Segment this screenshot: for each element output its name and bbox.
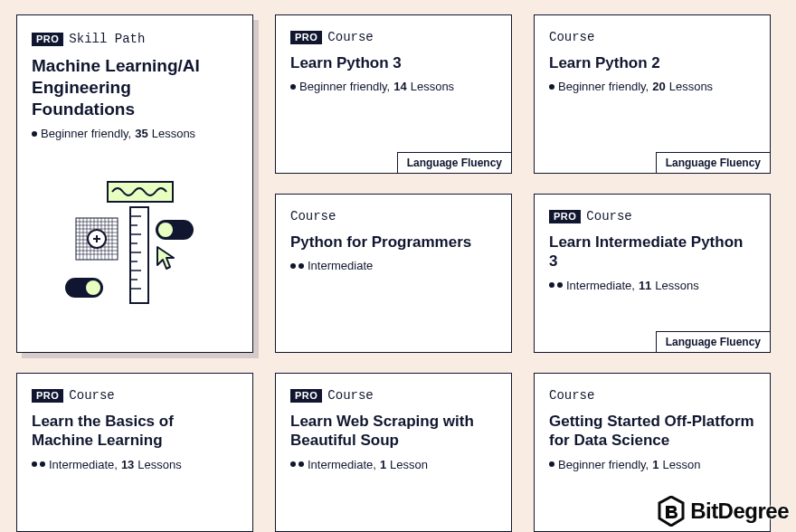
pro-badge: PRO [549,210,581,223]
level-label: Intermediate, [49,458,118,471]
card-title: Machine Learning/AI Engineering Foundati… [32,55,238,119]
card-type-label: Course [290,209,336,223]
card-meta: Intermediate, 13 Lessons [32,458,238,471]
level-label: Intermediate, [308,458,376,471]
course-card[interactable]: CourseLearn Python 2 Beginner friendly, … [534,14,771,174]
card-title: Python for Programmers [290,233,497,252]
course-grid: PROSkill PathMachine Learning/AI Enginee… [0,0,796,532]
card-type-label: Skill Path [69,32,145,46]
pro-badge: PRO [32,389,63,403]
course-card[interactable]: PROSkill PathMachine Learning/AI Enginee… [16,14,253,353]
level-dot-icon [557,282,563,288]
lessons-label: Lessons [669,80,713,93]
level-dot-icon [290,84,296,90]
course-card[interactable]: PROCourseLearn Intermediate Python 3 Int… [534,194,771,353]
lessons-label: Lessons [137,458,181,471]
card-meta: Intermediate, 1 Lesson [290,458,497,471]
card-type-row: PROCourse [290,388,497,403]
card-title: Learn Web Scraping with Beautiful Soup [290,412,497,451]
card-title: Learn Python 3 [290,53,497,72]
lessons-label: Lessons [152,127,195,140]
card-type-label: Course [327,388,373,403]
level-label: Beginner friendly, [299,80,390,93]
lessons-label: Lesson [662,458,700,471]
lessons-count: 35 [135,127,147,140]
svg-rect-0 [108,182,173,202]
card-type-row: Course [549,388,755,403]
card-footer-tag: Language Fluency [397,152,511,173]
lessons-count: 20 [652,80,665,93]
card-meta: Beginner friendly, 20 Lessons [549,80,755,93]
card-type-label: Course [586,209,631,223]
bitdegree-logo-icon [658,496,685,527]
card-type-row: Course [290,209,497,223]
card-title: Getting Started Off-Platform for Data Sc… [549,412,755,451]
course-card[interactable]: PROCourseLearn Python 3 Beginner friendl… [275,14,512,174]
level-dot-icon [290,461,296,467]
card-type-row: Course [549,30,755,44]
svg-point-36 [158,223,173,237]
level-dot-icon [298,263,304,269]
card-title: Learn Intermediate Python 3 [549,233,755,271]
card-meta: Beginner friendly, 14 Lessons [290,80,497,93]
level-label: Beginner friendly, [41,127,131,140]
lessons-count: 1 [380,458,386,471]
level-dot-icon [290,263,296,269]
level-dot-icon [32,461,37,467]
level-label: Intermediate, [566,279,635,292]
pro-badge: PRO [290,31,322,44]
card-meta: Beginner friendly, 1 Lesson [549,458,755,471]
level-label: Beginner friendly, [558,80,649,93]
card-type-row: PROSkill Path [32,32,238,46]
card-title: Learn the Basics of Machine Learning [32,412,238,451]
card-footer-tag: Language Fluency [656,152,770,173]
lessons-count: 1 [652,458,659,471]
card-type-label: Course [69,388,114,403]
course-card[interactable]: CoursePython for Programmers Intermediat… [275,194,512,353]
course-card[interactable]: PROCourseLearn Web Scraping with Beautif… [275,373,512,532]
brand-watermark: BitDegree [658,496,789,527]
card-type-row: PROCourse [290,30,497,44]
lessons-count: 11 [639,279,651,292]
level-dot-icon [549,84,554,90]
level-dot-icon [298,461,304,467]
course-card[interactable]: PROCourseLearn the Basics of Machine Lea… [16,373,253,532]
lessons-label: Lessons [655,279,698,292]
card-type-label: Course [549,30,594,44]
pro-badge: PRO [32,33,63,46]
card-meta: Intermediate, 11 Lessons [549,279,755,292]
skill-path-illustration [32,158,238,339]
level-dot-icon [549,461,554,467]
brand-text: BitDegree [690,499,789,524]
level-label: Beginner friendly, [558,458,649,471]
card-type-row: PROCourse [32,388,238,403]
card-type-label: Course [327,30,373,44]
level-dot-icon [32,131,37,137]
card-type-label: Course [549,388,594,403]
pro-badge: PRO [290,389,322,403]
card-meta: Beginner friendly, 35 Lessons [32,127,238,140]
lessons-count: 14 [393,80,406,93]
level-dot-icon [549,282,554,288]
level-dot-icon [40,461,45,467]
lessons-label: Lessons [411,80,454,93]
card-title: Learn Python 2 [549,53,755,72]
card-meta: Intermediate [290,259,497,272]
lessons-count: 13 [121,458,134,471]
card-type-row: PROCourse [549,209,755,223]
card-footer-tag: Language Fluency [656,331,770,352]
lessons-label: Lesson [390,458,428,471]
level-label: Intermediate [308,259,373,272]
svg-point-38 [86,280,100,295]
